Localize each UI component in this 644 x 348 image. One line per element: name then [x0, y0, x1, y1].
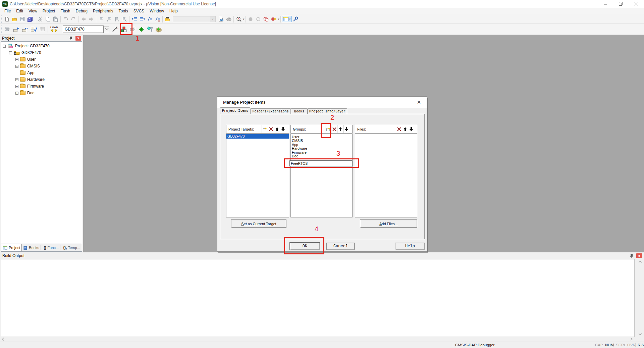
tab-functions[interactable]: {} Func... — [42, 244, 62, 251]
new-target-button[interactable] — [262, 125, 268, 133]
tab-folders-extensions[interactable]: Folders/Extensions — [250, 108, 291, 114]
rebuild-button[interactable] — [20, 24, 29, 34]
redo-button[interactable] — [69, 15, 77, 23]
close-panel-icon[interactable]: x — [636, 253, 642, 258]
pin-icon[interactable] — [68, 36, 73, 41]
menu-project[interactable]: Project — [40, 8, 58, 14]
scroll-left-icon[interactable] — [2, 338, 4, 341]
list-item[interactable]: CMSIS — [291, 139, 352, 143]
find-in-files-button[interactable] — [164, 15, 171, 23]
menu-file[interactable]: File — [2, 8, 13, 14]
find-button[interactable] — [225, 15, 232, 23]
options-for-target-button[interactable] — [111, 24, 119, 34]
move-group-up-button[interactable] — [337, 125, 343, 133]
cancel-button[interactable]: Cancel — [326, 243, 355, 250]
build-output-content[interactable] — [1, 259, 635, 337]
delete-group-button[interactable] — [331, 125, 337, 133]
save-button[interactable] — [18, 15, 26, 23]
files-list[interactable] — [355, 134, 417, 217]
tab-templates[interactable]: {}, Temp... — [62, 244, 82, 251]
move-file-up-button[interactable] — [402, 125, 408, 133]
tab-project-items[interactable]: Project Items — [220, 107, 250, 114]
configure-button[interactable] — [292, 15, 300, 23]
toolbar-grip[interactable] — [1, 15, 3, 23]
project-window-toggle[interactable]: ▾ — [282, 16, 292, 22]
scroll-right-icon[interactable] — [631, 338, 633, 341]
clear-bookmarks-button[interactable] — [120, 15, 128, 23]
move-target-up-button[interactable] — [274, 125, 280, 133]
scroll-up-icon[interactable] — [639, 261, 642, 263]
tree-item-user[interactable]: + User — [15, 56, 36, 63]
tree-item-hardware[interactable]: + Hardware — [15, 76, 45, 83]
find-in-files2-button[interactable] — [217, 15, 225, 23]
pin-icon[interactable] — [629, 253, 634, 258]
pack-installer-button[interactable] — [154, 24, 163, 34]
menu-help[interactable]: Help — [167, 8, 180, 14]
close-button[interactable] — [629, 0, 644, 8]
tab-project[interactable]: Project — [1, 244, 22, 251]
delete-file-button[interactable] — [396, 125, 402, 133]
build-button[interactable] — [12, 24, 20, 34]
list-item[interactable]: Firmware — [291, 151, 352, 154]
chevron-down-icon[interactable]: ▾ — [278, 17, 280, 21]
dialog-close-button[interactable]: ✕ — [414, 97, 424, 108]
navigate-forward-button[interactable] — [87, 15, 95, 23]
collapse-icon[interactable]: - — [9, 51, 12, 54]
tree-item-cmsis[interactable]: + CMSIS — [15, 63, 40, 69]
tree-item-doc[interactable]: + Doc — [15, 90, 34, 96]
close-panel-icon[interactable]: x — [75, 36, 81, 41]
menu-tools[interactable]: Tools — [116, 8, 131, 14]
prev-bookmark-button[interactable] — [105, 15, 113, 23]
move-file-down-button[interactable] — [408, 125, 414, 133]
tree-item-firmware[interactable]: + Firmware — [15, 83, 44, 90]
menu-edit[interactable]: Edit — [13, 8, 26, 14]
comment-button[interactable] — [146, 15, 154, 23]
list-item-selected[interactable]: GD32F470 — [226, 134, 289, 139]
disable-breakpoint-button[interactable] — [255, 15, 262, 23]
menu-peripherals[interactable]: Peripherals — [90, 8, 116, 14]
help-button[interactable]: Help — [395, 243, 425, 250]
next-bookmark-button[interactable] — [113, 15, 120, 23]
find-text-combo[interactable]: ˅ — [173, 16, 216, 22]
chevron-down-icon[interactable]: ▾ — [289, 17, 291, 21]
set-as-current-target-button[interactable]: Set as Current Target — [231, 219, 286, 228]
kill-all-breakpoints-button[interactable] — [270, 15, 278, 23]
menu-flash[interactable]: Flash — [58, 8, 73, 14]
expand-icon[interactable]: + — [15, 92, 18, 95]
tree-item-project-root[interactable]: - Project: GD32F470 — [3, 43, 50, 49]
restore-button[interactable] — [613, 0, 629, 8]
menu-debug[interactable]: Debug — [73, 8, 90, 14]
uncomment-button[interactable] — [154, 15, 161, 23]
chevron-down-icon[interactable]: ▾ — [243, 17, 245, 21]
kill-breakpoints-button[interactable] — [262, 15, 270, 23]
navigate-back-button[interactable] — [79, 15, 87, 23]
filter-packs-button[interactable] — [146, 24, 154, 34]
expand-icon[interactable]: + — [15, 65, 18, 68]
save-all-button[interactable] — [26, 15, 34, 23]
menu-window[interactable]: Window — [147, 8, 167, 14]
scroll-down-icon[interactable] — [639, 333, 642, 335]
horizontal-scrollbar[interactable] — [1, 337, 634, 341]
minimize-button[interactable] — [598, 0, 613, 8]
batch-build-button[interactable] — [29, 24, 38, 34]
target-select-combo[interactable]: GD32F470 — [63, 26, 104, 33]
paste-button[interactable] — [52, 15, 59, 23]
groups-list[interactable]: User CMSIS App Hardware Firmware Doc — [290, 134, 353, 217]
expand-icon[interactable]: + — [15, 85, 18, 88]
translate-button[interactable] — [3, 24, 12, 34]
insert-breakpoint-button[interactable] — [247, 15, 255, 23]
download-button[interactable]: LOAD — [49, 24, 59, 34]
vertical-scrollbar[interactable] — [637, 260, 643, 336]
indent-left-button[interactable] — [138, 15, 146, 23]
chevron-down-icon[interactable]: ˅ — [210, 16, 215, 22]
list-item[interactable]: Hardware — [291, 147, 352, 150]
stop-build-button[interactable] — [38, 24, 47, 34]
dialog-title-bar[interactable]: Manage Project Items — [217, 97, 427, 108]
open-file-button[interactable] — [11, 15, 18, 23]
menu-svcs[interactable]: SVCS — [131, 8, 147, 14]
project-targets-list[interactable]: GD32F470 — [226, 134, 289, 217]
tab-books[interactable]: Books — [291, 108, 308, 114]
undo-button[interactable] — [62, 15, 69, 23]
toolbar-grip[interactable] — [1, 26, 3, 33]
menu-view[interactable]: View — [26, 8, 40, 14]
